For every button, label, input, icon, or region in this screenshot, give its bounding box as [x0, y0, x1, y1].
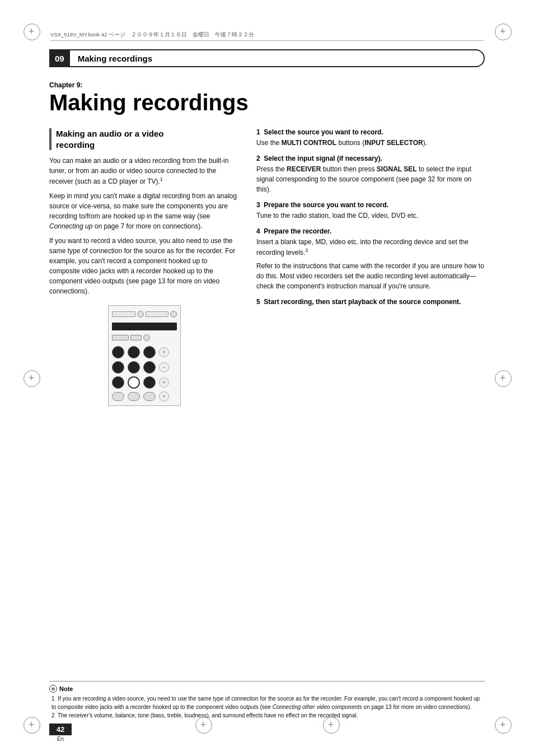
- step-1-heading: 1 Select the source you want to record.: [256, 128, 485, 136]
- knob-3: [143, 346, 156, 358]
- left-para-1: You can make an audio or a video recordi…: [49, 156, 240, 186]
- main-content: Chapter 9: Making recordings Making an a…: [49, 81, 485, 406]
- device-rect-2: [130, 335, 142, 340]
- chapter-header: 09 Making recordings: [49, 49, 485, 67]
- device-circle-2: [170, 311, 177, 318]
- step-2: 2 Select the input signal (if necessary)…: [256, 155, 485, 194]
- bottom-reg-row: [195, 717, 339, 732]
- knob-half-2: [128, 392, 140, 401]
- knob-half-1: [112, 392, 124, 401]
- knob-4: [112, 361, 124, 374]
- device-knob-rows: + − +: [112, 346, 177, 402]
- page-number: 42: [49, 724, 72, 735]
- step-4-heading: 4 Prepare the recorder.: [256, 227, 485, 235]
- step-4-body-1: Insert a blank tape, MD, video etc. into…: [256, 237, 485, 258]
- knob-8-hollow: [128, 376, 140, 389]
- reg-mark-top-right: [495, 24, 510, 39]
- note-footnote-1: 1 If you are recording a video source, y…: [49, 694, 485, 711]
- reg-mark-mid-left: [24, 370, 39, 386]
- knob-btn-3: +: [159, 377, 169, 388]
- reg-mark-bottom-left: [24, 717, 39, 732]
- device-circle-1: [137, 311, 144, 318]
- knob-row-3: +: [112, 376, 177, 389]
- chapter-header-title: Making recordings: [70, 49, 485, 67]
- two-column-layout: Making an audio or a videorecording You …: [49, 128, 485, 406]
- page-footer: 42 En: [49, 724, 72, 742]
- left-column: Making an audio or a videorecording You …: [49, 128, 240, 406]
- top-info-text: VSX_519V_MY.book 42 ページ ２００９年１月１６日 金曜日 午…: [50, 31, 254, 39]
- device-top-row: [112, 309, 177, 319]
- note-icon: n: [49, 685, 57, 693]
- step-5: 5 Start recording, then start playback o…: [256, 298, 485, 306]
- step-3-body: Tune to the radio station, load the CD, …: [256, 211, 485, 221]
- knob-btn-4: +: [159, 391, 169, 402]
- step-4-body-2: Refer to the instructions that came with…: [256, 261, 485, 291]
- step-1: 1 Select the source you want to record. …: [256, 128, 485, 148]
- device-slot-1: [112, 311, 135, 317]
- note-header: n Note: [49, 685, 485, 693]
- reg-mark-bottom-right: [495, 717, 510, 732]
- device-black-bar: [112, 323, 177, 330]
- knob-2: [128, 346, 140, 358]
- reg-mark-bottom-center-left: [195, 717, 211, 732]
- device-image: + − +: [108, 305, 181, 406]
- knob-1: [112, 346, 124, 358]
- knob-6: [143, 361, 156, 374]
- knob-half-3: [143, 392, 156, 401]
- step-2-heading: 2 Select the input signal (if necessary)…: [256, 155, 485, 162]
- left-para-2: Keep in mind you can't make a digital re…: [49, 191, 240, 231]
- section-heading: Making an audio or a videorecording: [49, 128, 240, 150]
- left-para-3: If you want to record a video source, yo…: [49, 236, 240, 296]
- chapter-label: Chapter 9:: [49, 81, 485, 89]
- note-label: Note: [59, 685, 73, 692]
- step-4: 4 Prepare the recorder. Insert a blank t…: [256, 227, 485, 291]
- device-image-container: + − +: [49, 305, 240, 406]
- step-5-heading: 5 Start recording, then start playback o…: [256, 298, 485, 306]
- device-mid-row: [112, 334, 177, 342]
- knob-5: [128, 361, 140, 374]
- reg-mark-mid-right: [495, 370, 510, 386]
- knob-7: [112, 376, 124, 389]
- step-3-heading: 3 Prepare the source you want to record.: [256, 201, 485, 209]
- device-rect-1: [112, 335, 129, 340]
- chapter-big-title: Making recordings: [49, 90, 485, 115]
- step-3: 3 Prepare the source you want to record.…: [256, 201, 485, 221]
- device-slot-2: [146, 311, 169, 317]
- reg-mark-bottom-center-right: [323, 717, 339, 732]
- knob-9: [143, 376, 156, 389]
- right-column: 1 Select the source you want to record. …: [256, 128, 485, 406]
- knob-btn-2: −: [159, 362, 169, 372]
- step-1-body: Use the MULTI CONTROL buttons (INPUT SEL…: [256, 138, 485, 148]
- top-info-bar: VSX_519V_MY.book 42 ページ ２００９年１月１６日 金曜日 午…: [50, 31, 484, 41]
- device-circle-3: [143, 334, 150, 341]
- chapter-number: 09: [49, 49, 70, 67]
- knob-row-2: −: [112, 361, 177, 374]
- knob-btn-1: +: [159, 347, 169, 357]
- reg-mark-top-left: [24, 24, 39, 39]
- knob-row-4: +: [112, 391, 177, 402]
- note-section: n Note 1 If you are recording a video so…: [49, 681, 485, 720]
- step-2-body: Press the RECEIVER button then press SIG…: [256, 164, 485, 194]
- device-panel: + − +: [109, 306, 180, 405]
- page-language: En: [57, 736, 64, 742]
- knob-row-1: +: [112, 346, 177, 358]
